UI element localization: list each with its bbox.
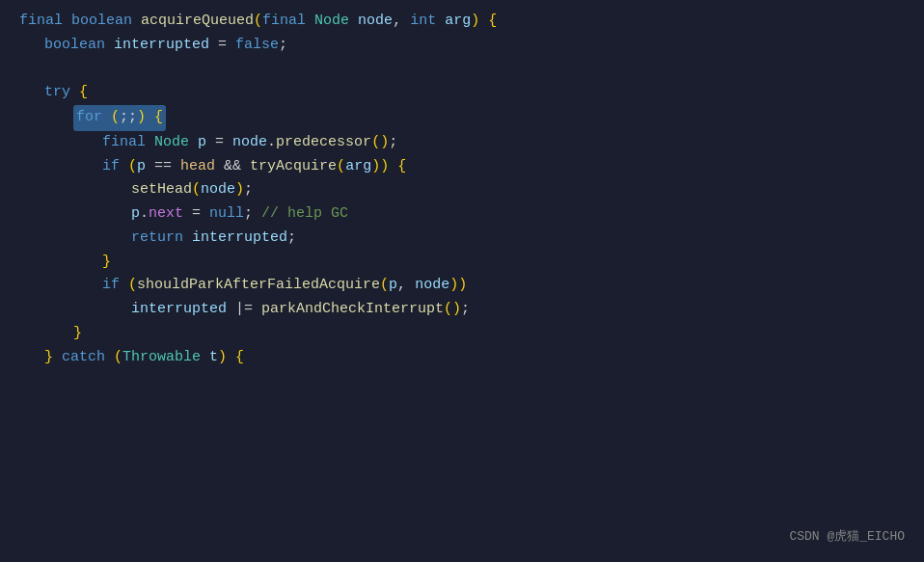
- op-and: &&: [215, 155, 250, 179]
- dot1: .: [267, 131, 276, 155]
- code-line-6: final Node p = node.predecessor();: [0, 131, 924, 155]
- method-setHead: setHead: [131, 178, 192, 202]
- var-node3: node: [201, 178, 235, 202]
- code-line-10: return interrupted;: [0, 227, 924, 251]
- code-line-2: boolean interrupted = false;: [0, 34, 924, 58]
- code-line-7: if (p == head && tryAcquire(arg)) {: [0, 155, 924, 179]
- keyword-final2: final: [262, 10, 314, 34]
- code-line-12: if (shouldParkAfterFailedAcquire(p, node…: [0, 274, 924, 298]
- paren-catch-open: (: [114, 346, 122, 370]
- type-throwable: Throwable: [122, 346, 209, 370]
- comma2: ,: [397, 274, 415, 298]
- code-line-5: for (;;) {: [0, 105, 924, 131]
- paren-for-close: ): [137, 109, 154, 125]
- paren-sethead: (: [192, 178, 201, 202]
- keyword-return: return: [131, 227, 192, 251]
- method-predecessor: predecessor: [276, 131, 371, 155]
- type-node2: Node: [154, 131, 198, 155]
- brace-if1-open: {: [397, 155, 406, 179]
- var-arg2: arg: [345, 155, 371, 179]
- code-editor: final boolean acquireQueued(final Node n…: [0, 0, 924, 562]
- paren-open: (: [254, 10, 262, 34]
- keyword-for: for: [76, 109, 111, 125]
- brace-try-close: }: [44, 346, 62, 370]
- paren-park-open: (: [380, 274, 389, 298]
- for-cond: ;;: [120, 109, 137, 125]
- var-interrupted2: interrupted: [192, 227, 287, 251]
- paren-if2-open: (: [128, 274, 137, 298]
- var-p: p: [198, 131, 206, 155]
- var-t: t: [209, 346, 218, 370]
- code-line-blank1: [0, 58, 924, 82]
- paren-if1-open: (: [128, 155, 137, 179]
- paren-park2: (): [444, 298, 461, 322]
- var-interrupted3: interrupted: [131, 298, 227, 322]
- brace-catch-open: {: [235, 346, 244, 370]
- keyword-try: try: [44, 81, 79, 105]
- var-p3: p: [131, 202, 140, 227]
- method-acquireQueued: acquireQueued: [141, 10, 254, 34]
- var-node4: node: [415, 274, 449, 298]
- paren-try-close: )): [371, 155, 397, 179]
- paren-catch-close: ): [218, 346, 235, 370]
- semi6: ;: [461, 298, 470, 322]
- method-park: parkAndCheckInterrupt: [261, 298, 444, 322]
- val-false: false: [235, 34, 279, 58]
- watermark-text: CSDN @虎猫_EICHO: [789, 529, 905, 544]
- prop-next: next: [149, 202, 183, 227]
- keyword-final3: final: [102, 131, 154, 155]
- for-highlight-span: for (;;) {: [73, 105, 166, 131]
- paren-for-open: (: [111, 109, 120, 125]
- paren-pred: (): [371, 131, 389, 155]
- var-p2: p: [137, 155, 146, 179]
- watermark: CSDN @虎猫_EICHO: [789, 526, 905, 547]
- brace-for-open: {: [154, 109, 163, 125]
- semi3: ;: [244, 178, 253, 202]
- paren-close: ): [471, 10, 488, 34]
- punct-semi1: ;: [279, 34, 287, 58]
- paren-try-open: (: [337, 155, 345, 179]
- code-line-14: }: [0, 322, 924, 346]
- var-p4: p: [389, 274, 397, 298]
- var-interrupted: interrupted: [114, 34, 209, 58]
- op-assign2: =: [206, 131, 232, 155]
- type-node: Node: [314, 10, 358, 34]
- method-tryAcquire: tryAcquire: [250, 155, 337, 179]
- keyword-final: final: [19, 10, 71, 34]
- brace-open1: {: [488, 10, 497, 34]
- keyword-int: int: [410, 10, 445, 34]
- brace-open2: {: [79, 81, 88, 105]
- op-or-assign: |=: [227, 298, 261, 322]
- keyword-if1: if: [102, 155, 128, 179]
- op-assign: =: [209, 34, 235, 58]
- method-shouldPark: shouldParkAfterFailedAcquire: [137, 274, 380, 298]
- op-assign3: =: [183, 202, 209, 227]
- semi4: ;: [244, 202, 261, 227]
- code-line-13: interrupted |= parkAndCheckInterrupt();: [0, 298, 924, 322]
- var-node2: node: [232, 131, 267, 155]
- keyword-boolean: boolean: [71, 10, 141, 34]
- punct-comma: ,: [393, 10, 410, 34]
- var-head: head: [180, 155, 215, 179]
- comment-gc: // help GC: [261, 202, 348, 227]
- brace-if1-close: }: [102, 251, 111, 275]
- var-node: node: [358, 10, 393, 34]
- paren-sethead-close: ): [235, 178, 244, 202]
- semi5: ;: [287, 227, 296, 251]
- code-line-4: try {: [0, 81, 924, 105]
- brace-for-close: }: [73, 322, 82, 346]
- var-arg: arg: [445, 10, 471, 34]
- code-line-8: setHead(node);: [0, 178, 924, 202]
- semi2: ;: [389, 131, 397, 155]
- keyword-boolean2: boolean: [44, 34, 114, 58]
- code-line-1: final boolean acquireQueued(final Node n…: [0, 10, 924, 34]
- code-line-15: } catch (Throwable t) {: [0, 346, 924, 370]
- keyword-catch: catch: [62, 346, 114, 370]
- code-line-11: }: [0, 251, 924, 275]
- code-line-9: p.next = null; // help GC: [0, 202, 924, 227]
- op-eq: ==: [146, 155, 180, 179]
- val-null: null: [209, 202, 244, 227]
- keyword-if2: if: [102, 274, 128, 298]
- dot2: .: [140, 202, 149, 227]
- paren-park-close: )): [449, 274, 467, 298]
